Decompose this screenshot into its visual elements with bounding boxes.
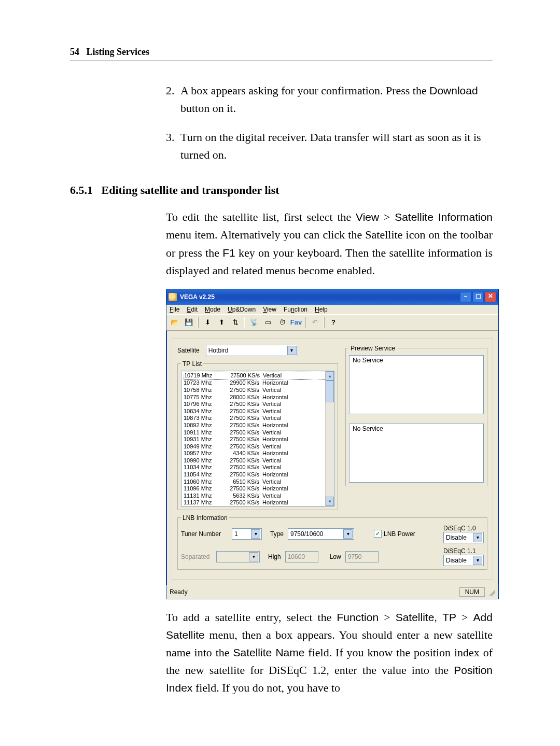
tp-row[interactable]: 11034 Mhz27500 KS/sVertical xyxy=(184,464,326,471)
dropdown-arrow-icon[interactable]: ▾ xyxy=(473,556,482,565)
diseqc11-combo[interactable]: Disable ▾ xyxy=(443,555,484,566)
menu-view[interactable]: View xyxy=(263,306,276,313)
tp-symrate: 27500 KS/s xyxy=(221,429,262,437)
tp-freq: 10719 Mhz xyxy=(184,372,221,379)
maximize-button[interactable]: ▢ xyxy=(472,292,484,302)
download-icon[interactable]: ⬇ xyxy=(201,316,214,329)
tp-row[interactable]: 11137 Mhz27500 KS/sHorizontal xyxy=(184,499,326,505)
tp-freq: 11034 Mhz xyxy=(184,464,221,471)
step-3: 3. Turn on the digital receiver. Data tr… xyxy=(166,129,493,164)
tp-row[interactable]: 11131 Mhz5632 KS/sVertical xyxy=(184,492,326,500)
close-button[interactable]: ✕ xyxy=(485,292,496,302)
tp-freq: 10931 Mhz xyxy=(184,436,221,443)
titlebar[interactable]: VEGA v2.25 – ▢ ✕ xyxy=(166,289,498,305)
menu-function[interactable]: Function xyxy=(284,306,307,313)
step-2: 2. A box appears asking for your confirm… xyxy=(166,82,493,117)
tuner-combo[interactable]: 1 ▾ xyxy=(232,528,262,540)
low-input: 9750 xyxy=(345,551,379,562)
tp-row[interactable]: 10957 Mhz4340 KS/sHorizontal xyxy=(184,450,326,457)
tp-symrate: 4340 KS/s xyxy=(221,450,262,457)
dropdown-arrow-icon[interactable]: ▾ xyxy=(287,346,297,355)
tp-freq: 10723 Mhz xyxy=(184,379,221,387)
transfer-icon[interactable]: ⇅ xyxy=(229,316,242,329)
preview-group: Preview Service No Service No Service xyxy=(345,345,487,486)
p2a: To add a satellite entry, select the xyxy=(166,611,337,624)
tp-row[interactable]: 10834 Mhz27500 KS/sVertical xyxy=(184,408,326,415)
tp-list-body: 10719 Mhz27500 KS/sVertical10723 Mhz2990… xyxy=(181,371,326,506)
minimize-button[interactable]: – xyxy=(460,292,471,302)
tp-symrate: 28000 KS/s xyxy=(221,394,262,401)
scroll-down-icon[interactable]: ▾ xyxy=(326,497,334,506)
tp-polarization: Vertical xyxy=(262,443,326,451)
timer-icon[interactable]: ⏱ xyxy=(276,316,288,329)
tp-row[interactable]: 10719 Mhz27500 KS/sVertical xyxy=(184,372,326,380)
scrollbar[interactable]: ▴ ▾ xyxy=(325,371,334,506)
separator-icon xyxy=(305,317,306,328)
services-icon[interactable]: ▭ xyxy=(262,316,274,329)
tp-symrate: 27500 KS/s xyxy=(221,443,262,451)
tp-row[interactable]: 11060 Mhz6510 KS/sVertical xyxy=(184,478,326,486)
tp-row[interactable]: 10931 Mhz27500 KS/sHorizontal xyxy=(184,436,326,443)
tp-row[interactable]: 11096 Mhz27500 KS/sHorizontal xyxy=(184,485,326,492)
upload-icon[interactable]: ⬆ xyxy=(215,316,228,329)
scroll-up-icon[interactable]: ▴ xyxy=(326,371,334,381)
tp-row[interactable]: 10775 Mhz28000 KS/sHorizontal xyxy=(184,394,326,401)
menu-mode[interactable]: Mode xyxy=(205,306,220,313)
menu-file[interactable]: File xyxy=(170,306,179,313)
tp-row[interactable]: 10796 Mhz27500 KS/sVertical xyxy=(184,401,326,408)
paragraph-2: To add a satellite entry, select the Fun… xyxy=(166,609,493,697)
dropdown-arrow-icon[interactable]: ▾ xyxy=(251,529,260,539)
tp-polarization: Vertical xyxy=(262,492,326,500)
preview-legend: Preview Service xyxy=(349,345,397,352)
menu-edit[interactable]: Edit xyxy=(187,306,198,313)
help-icon[interactable]: ? xyxy=(327,316,340,329)
type-combo[interactable]: 9750/10600 ▾ xyxy=(288,528,354,540)
tp-freq: 10834 Mhz xyxy=(184,408,221,415)
tplist-legend: TP List xyxy=(181,360,203,368)
save-icon[interactable]: 💾 xyxy=(183,316,195,329)
tuner-label: Tuner Number xyxy=(181,530,228,538)
low-value: 9750 xyxy=(348,553,362,560)
window-title: VEGA v2.25 xyxy=(180,293,215,301)
menu-help[interactable]: Help xyxy=(315,306,328,313)
tp-listview[interactable]: 10719 Mhz27500 KS/sVertical10723 Mhz2990… xyxy=(181,371,334,506)
tp-row[interactable]: 10949 Mhz27500 KS/sVertical xyxy=(184,443,326,451)
dropdown-arrow-icon[interactable]: ▾ xyxy=(343,529,353,539)
tp-polarization: Horizontal xyxy=(262,436,326,443)
satellite-combo[interactable]: Hotbird ▾ xyxy=(206,345,298,356)
dropdown-arrow-icon[interactable]: ▾ xyxy=(473,533,482,542)
tp-row[interactable]: 10873 Mhz27500 KS/sVertical xyxy=(184,415,326,422)
tp-symrate: 27500 KS/s xyxy=(221,464,262,471)
tp-row[interactable]: 10990 Mhz27500 KS/sVertical xyxy=(184,457,326,465)
type-value: 9750/10600 xyxy=(290,530,323,538)
high-input: 10600 xyxy=(285,551,318,562)
tp-freq: 10957 Mhz xyxy=(184,450,221,457)
tp-polarization: Vertical xyxy=(262,408,326,415)
resize-grip-icon[interactable] xyxy=(488,588,495,596)
step-text: Turn on the digital receiver. Data trans… xyxy=(180,129,493,164)
tp-row[interactable]: 10723 Mhz29900 KS/sHorizontal xyxy=(184,379,326,387)
tp-freq: 10873 Mhz xyxy=(184,415,221,422)
favorites-icon[interactable]: Fav xyxy=(290,316,302,329)
tp-freq: 10892 Mhz xyxy=(184,422,221,429)
scroll-thumb[interactable] xyxy=(326,381,334,402)
open-icon[interactable]: 📂 xyxy=(169,316,181,329)
satellite-icon[interactable]: 📡 xyxy=(248,316,260,329)
tp-polarization: Vertical xyxy=(262,415,326,422)
high-label: High xyxy=(268,553,281,560)
lnbpower-checkbox[interactable]: ✓ LNB Power xyxy=(374,530,415,538)
separator-icon xyxy=(244,317,245,328)
tp-row[interactable]: 11054 Mhz27500 KS/sHorizontal xyxy=(184,471,326,478)
diseqc10-combo[interactable]: Disable ▾ xyxy=(443,532,484,543)
p2e: > xyxy=(456,611,473,624)
menu-updown[interactable]: Up&Down xyxy=(228,306,256,313)
undo-icon[interactable]: ↶ xyxy=(309,316,321,329)
tp-polarization: Horizontal xyxy=(262,499,326,505)
tp-polarization: Horizontal xyxy=(262,485,326,492)
tp-row[interactable]: 10892 Mhz27500 KS/sHorizontal xyxy=(184,422,326,429)
tp-row[interactable]: 10911 Mhz27500 KS/sVertical xyxy=(184,429,326,437)
chapter-title: Listing Services xyxy=(87,47,150,57)
tp-polarization: Vertical xyxy=(262,464,326,471)
lnbpower-label: LNB Power xyxy=(384,530,415,538)
tp-row[interactable]: 10758 Mhz27500 KS/sVertical xyxy=(184,387,326,394)
